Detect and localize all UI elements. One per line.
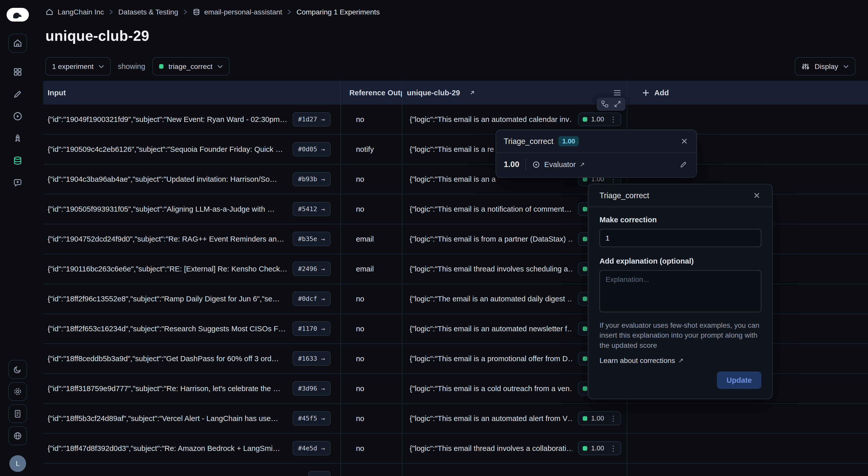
- output-cell-text: {"logic":"This email is an a: [410, 175, 496, 183]
- home-icon: [13, 38, 23, 48]
- reference-cell: email: [341, 224, 403, 254]
- score-dot: [583, 207, 587, 211]
- reference-cell: no: [341, 404, 403, 433]
- score-pill[interactable]: 1.00 ⋮: [578, 113, 621, 126]
- chevron-right-icon: [109, 9, 113, 15]
- breadcrumb-dataset[interactable]: email-personal-assistant: [192, 8, 282, 16]
- theme-toggle-button[interactable]: [8, 360, 27, 379]
- breadcrumb: LangChain Inc Datasets & Testing email-p…: [45, 8, 379, 16]
- row-id-badge[interactable]: #2496→: [292, 262, 331, 276]
- score-pill[interactable]: 1.00 ⋮: [578, 411, 621, 425]
- sliders-icon: [801, 62, 810, 71]
- score-dot: [583, 416, 587, 420]
- showing-label: showing: [118, 62, 145, 71]
- row-id-badge[interactable]: #1170→: [292, 321, 331, 336]
- breadcrumb-datasets[interactable]: Datasets & Testing: [118, 8, 178, 16]
- table-row[interactable]: {"id":"18ff5b3cf24d89af","subject":"Verc…: [43, 404, 868, 434]
- row-id-badge[interactable]: #3d96→: [292, 381, 331, 396]
- breadcrumb-org[interactable]: LangChain Inc: [45, 8, 104, 16]
- kebab-menu-icon[interactable]: ⋮: [608, 415, 618, 422]
- row-id-badge[interactable]: #0d05→: [292, 142, 331, 157]
- table-row[interactable]: → ⋮: [43, 464, 868, 476]
- close-button[interactable]: [680, 137, 689, 146]
- edit-correction-button[interactable]: [678, 159, 689, 170]
- output-cell: {"logic":"This email thread involves a c…: [402, 434, 627, 463]
- web-button[interactable]: [8, 426, 27, 445]
- arrow-right-icon: →: [321, 265, 325, 273]
- column-header-experiment[interactable]: unique-club-29: [402, 81, 627, 105]
- external-link-icon[interactable]: [469, 90, 475, 95]
- input-cell-text: {"id":"190116bc263c6e6e","subject":"RE: …: [48, 265, 287, 273]
- table-row[interactable]: {"id":"18ff47d8f392d0d3","subject":"Re: …: [43, 434, 868, 464]
- row-id-badge[interactable]: #b93b→: [292, 172, 331, 186]
- reference-cell: no: [341, 105, 403, 134]
- prompts-nav-button[interactable]: [8, 173, 27, 192]
- annotation-nav-button[interactable]: [8, 85, 27, 103]
- update-button[interactable]: Update: [717, 371, 761, 389]
- table-row[interactable]: {"id":"19049f1900321fd9","subject":"New …: [43, 105, 868, 135]
- score-popover-header: Triage_correct 1.00: [496, 130, 696, 153]
- datasets-nav-button[interactable]: [8, 151, 27, 170]
- table-row[interactable]: {"id":"190509c4c2eb6126","subject":"Sequ…: [43, 135, 868, 165]
- learn-corrections-link[interactable]: Learn about corrections ↗: [599, 356, 684, 365]
- display-button[interactable]: Display: [795, 57, 855, 76]
- empty-cell: [627, 464, 868, 476]
- input-cell-text: {"id":"18ff2f96c13552e8","subject":"Ramp…: [48, 295, 280, 303]
- sidebar: L: [0, 0, 35, 476]
- home-icon: [45, 8, 54, 16]
- home-nav-button[interactable]: [8, 34, 27, 53]
- reference-cell: email: [341, 254, 403, 284]
- reference-cell: no: [341, 165, 403, 194]
- score-dot: [583, 356, 587, 361]
- score-pill[interactable]: 1.00 ⋮: [578, 441, 621, 455]
- docs-button[interactable]: [8, 404, 27, 423]
- evaluator-link[interactable]: Evaluator ↗: [532, 160, 585, 169]
- external-link-icon: ↗: [580, 161, 585, 168]
- breadcrumb-current: Comparing 1 Experiments: [297, 8, 379, 16]
- user-avatar[interactable]: L: [9, 455, 26, 472]
- close-button[interactable]: [752, 191, 761, 200]
- feedback-selector[interactable]: triage_correct: [153, 57, 229, 76]
- column-menu-icon[interactable]: [613, 90, 621, 95]
- input-cell-text: {"id":"18ff5b3cf24d89af","subject":"Verc…: [48, 414, 278, 423]
- database-icon: [13, 156, 23, 166]
- reference-cell: no: [341, 374, 403, 403]
- score-popover-body: 1.00 Evaluator ↗: [496, 153, 696, 177]
- input-cell: {"id":"1904c3ba96ab4ae","subject":"Updat…: [43, 165, 341, 194]
- output-cell-text: {"logic":"This email is an automated ale…: [410, 414, 572, 423]
- row-id-badge[interactable]: #0dcf→: [292, 292, 331, 306]
- row-id-badge[interactable]: #4e5d→: [292, 441, 331, 455]
- output-cell: {"logic":"This email is an automated ale…: [402, 404, 627, 433]
- expand-icon[interactable]: [614, 100, 621, 108]
- row-id-badge[interactable]: #45f5→: [292, 411, 331, 425]
- row-id-badge[interactable]: #5412→: [292, 202, 331, 216]
- settings-button[interactable]: [8, 382, 27, 401]
- divider: [525, 159, 526, 170]
- input-cell-text: {"id":"19049f1900321fd9","subject":"New …: [48, 115, 287, 124]
- experiment-selector[interactable]: 1 experiment: [45, 57, 111, 76]
- row-id-badge[interactable]: #1d27→: [292, 112, 331, 127]
- row-id-badge[interactable]: →: [308, 471, 330, 476]
- langchain-logo-icon[interactable]: [7, 8, 29, 22]
- correction-input[interactable]: [599, 229, 761, 247]
- open-trace-icon[interactable]: [601, 100, 609, 108]
- gear-icon: [13, 387, 22, 396]
- add-experiment-button[interactable]: Add: [627, 81, 868, 105]
- deployments-nav-button[interactable]: [8, 129, 27, 148]
- arrow-right-icon: →: [321, 445, 325, 452]
- row-id-badge[interactable]: #1633→: [292, 351, 331, 366]
- column-header-reference[interactable]: Reference Output: [341, 81, 403, 105]
- reference-cell: no: [341, 314, 403, 344]
- sidebar-bottom: L: [8, 360, 27, 472]
- kebab-menu-icon[interactable]: ⋮: [608, 116, 618, 123]
- close-icon: [753, 192, 760, 199]
- input-cell-text: {"id":"190505f993931f05","subject":"Alig…: [48, 205, 275, 213]
- playground-nav-button[interactable]: [8, 107, 27, 126]
- column-header-input[interactable]: Input: [43, 81, 341, 105]
- input-cell-text: {"id":"1904c3ba96ab4ae","subject":"Updat…: [48, 175, 277, 183]
- input-cell: {"id":"19049f1900321fd9","subject":"New …: [43, 105, 341, 134]
- apps-nav-button[interactable]: [8, 63, 27, 81]
- explanation-textarea[interactable]: [599, 270, 761, 312]
- kebab-menu-icon[interactable]: ⋮: [608, 445, 618, 452]
- row-id-badge[interactable]: #b35e→: [292, 232, 331, 246]
